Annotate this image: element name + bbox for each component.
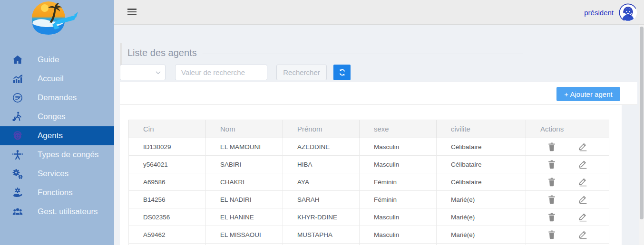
- cell-cin: y564021: [129, 156, 206, 173]
- table-body: ID130029EL MAMOUNIAZEDDINEMasculinCéliba…: [129, 138, 609, 245]
- main-content: Liste des agents Rechercher + Ajouter ag…: [114, 25, 644, 245]
- app-logo[interactable]: [28, 0, 83, 38]
- pencil-icon: [577, 141, 589, 152]
- sidebar-item-label: Accueil: [38, 74, 64, 84]
- cell-civilite: Marié(e): [437, 226, 513, 244]
- pencil-icon: [577, 159, 589, 170]
- delete-agent-button[interactable]: [546, 194, 557, 205]
- cell-spacer: [513, 244, 526, 245]
- cell-actions: [526, 191, 609, 208]
- trash-icon: [546, 194, 557, 205]
- sidebar-item-conges[interactable]: Conges: [0, 107, 114, 126]
- sidebar-item-fonctions[interactable]: Fonctions: [0, 183, 114, 202]
- trash-icon: [546, 141, 557, 152]
- cell-cin: [129, 244, 206, 245]
- trash-icon: [546, 159, 557, 170]
- sidebar-item-guide[interactable]: Guide: [0, 50, 114, 69]
- cell-sexe: Féminin: [360, 191, 437, 208]
- pencil-icon: [577, 194, 589, 205]
- sidebar-item-label: Gest. utilisateurs: [38, 207, 98, 217]
- sidebar-item-types-de-cong-s[interactable]: Types de congés: [0, 145, 114, 164]
- column-header-spacer: [513, 120, 526, 138]
- table-row: y564021SABIRIHIBAMasculinCélibataire: [129, 156, 609, 173]
- page-title: Liste des agents: [127, 47, 197, 58]
- headset-avatar-icon: [619, 3, 637, 22]
- delete-agent-button[interactable]: [546, 159, 557, 170]
- edit-agent-button[interactable]: [577, 194, 589, 205]
- trash-icon: [546, 177, 557, 187]
- users-icon: [12, 206, 23, 217]
- cell-actions: [526, 138, 609, 156]
- pencil-icon: [577, 229, 589, 240]
- user-avatar[interactable]: [619, 3, 637, 22]
- pencil-icon: [577, 177, 589, 187]
- table-row: A59462EL MISSAOUIMUSTAPHAMasculinMarié(e…: [129, 226, 609, 244]
- sidebar: GuideAccueilDemandesCongesAgentsTypes de…: [0, 0, 114, 245]
- edit-agent-button[interactable]: [577, 176, 589, 188]
- refresh-icon: [338, 68, 346, 76]
- requests-icon: [12, 92, 23, 104]
- sidebar-item-label: Agents: [38, 131, 63, 141]
- search-input[interactable]: [175, 65, 267, 80]
- edit-agent-button[interactable]: [577, 211, 589, 223]
- cell-civilite: Marié(e): [437, 191, 513, 208]
- cell-nom: [206, 244, 283, 245]
- menu-toggle-button[interactable]: [127, 9, 137, 16]
- travel-logo-icon: [28, 0, 83, 38]
- cell-sexe: Masculin: [360, 226, 437, 244]
- sidebar-item-label: Fonctions: [38, 188, 73, 198]
- table-row: ID130029EL MAMOUNIAZEDDINEMasculinCéliba…: [129, 138, 609, 156]
- cell-actions: [526, 173, 609, 191]
- traveler-icon: [12, 111, 23, 122]
- search-button[interactable]: Rechercher: [276, 65, 327, 80]
- cell-sexe: Masculin: [360, 138, 437, 156]
- sidebar-item-accueil[interactable]: Accueil: [0, 69, 114, 88]
- cell-nom: EL MISSAOUI: [206, 226, 283, 244]
- cell-civilite: [437, 244, 513, 245]
- refresh-button[interactable]: [333, 65, 351, 80]
- column-header-cin: Cin: [129, 120, 206, 138]
- sidebar-item-demandes[interactable]: Demandes: [0, 88, 114, 107]
- edit-agent-button[interactable]: [577, 141, 589, 152]
- cell-sexe: [360, 244, 437, 245]
- delete-agent-button[interactable]: [546, 141, 557, 152]
- cell-prenom: HIBA: [283, 156, 360, 173]
- cell-spacer: [513, 138, 526, 156]
- delete-agent-button[interactable]: [546, 211, 557, 223]
- vertical-scrollbar[interactable]: [639, 25, 644, 245]
- cell-spacer: [513, 173, 526, 191]
- delete-agent-button[interactable]: [546, 229, 557, 240]
- cell-spacer: [513, 156, 526, 173]
- add-agent-button[interactable]: + Ajouter agent: [556, 87, 620, 101]
- cell-civilite: Célibataire: [437, 138, 513, 156]
- column-header-actions: Actions: [526, 120, 609, 138]
- agents-table: CinNomPrénomsexeciviliteActions ID130029…: [128, 120, 609, 245]
- cell-cin: A69586: [129, 173, 206, 191]
- toolbar-band: + Ajouter agent: [120, 82, 637, 105]
- edit-agent-button[interactable]: [577, 229, 589, 240]
- cell-civilite: Célibataire: [437, 156, 513, 173]
- sidebar-item-label: Conges: [38, 112, 66, 122]
- cell-civilite: Marié(e): [437, 208, 513, 226]
- agents-table-card: CinNomPrénomsexeciviliteActions ID130029…: [120, 105, 622, 245]
- sidebar-item-services[interactable]: Services: [0, 164, 114, 183]
- cell-spacer: [513, 191, 526, 208]
- scrollbar-thumb[interactable]: [640, 27, 644, 219]
- cell-nom: CHAKRI: [206, 173, 283, 191]
- home-icon: [12, 54, 23, 66]
- search-field-select[interactable]: [120, 65, 166, 80]
- cell-nom: EL HANINE: [206, 208, 283, 226]
- sidebar-item-gest-utilisateurs[interactable]: Gest. utilisateurs: [0, 202, 114, 221]
- edit-agent-button[interactable]: [577, 159, 589, 170]
- cell-prenom: SARAH: [283, 191, 360, 208]
- user-role-label: président: [584, 9, 614, 17]
- hand-gear-icon: [12, 187, 23, 198]
- pencil-icon: [577, 212, 589, 222]
- trash-icon: [546, 229, 557, 240]
- person-icon: [12, 149, 23, 160]
- cell-sexe: Féminin: [360, 173, 437, 191]
- delete-agent-button[interactable]: [546, 176, 557, 188]
- trash-icon: [546, 212, 557, 222]
- sidebar-item-label: Demandes: [38, 93, 77, 103]
- sidebar-item-agents[interactable]: Agents: [0, 126, 114, 145]
